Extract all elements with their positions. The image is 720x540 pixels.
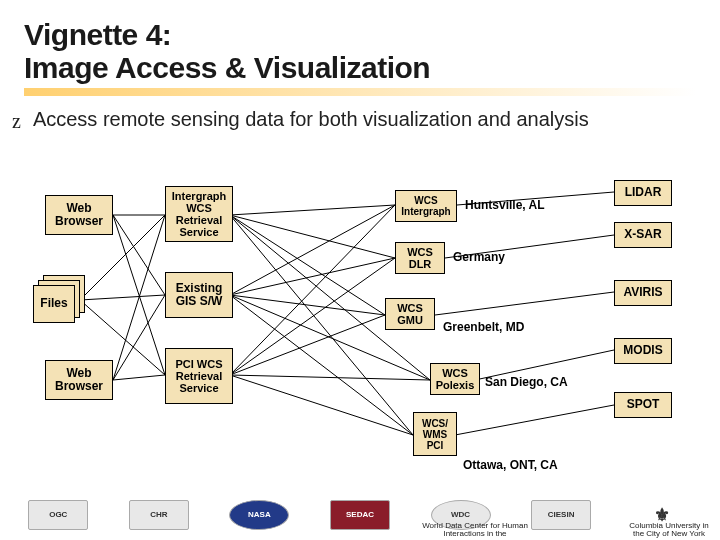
svg-line-21	[230, 315, 385, 375]
sensor-modis: MODIS	[614, 338, 672, 364]
wcs-polexis: WCS Polexis	[430, 363, 480, 395]
svg-line-28	[455, 405, 614, 435]
svg-line-4	[80, 295, 165, 300]
loc-ottawa: Ottawa, ONT, CA	[463, 458, 558, 472]
title-line1: Vignette 4:	[24, 18, 171, 51]
loc-germany: Germany	[453, 250, 505, 264]
svg-line-26	[435, 292, 614, 315]
logo-ogc: OGC	[28, 500, 88, 530]
title-line2: Image Access & Visualization	[24, 51, 430, 84]
sensor-aviris: AVIRIS	[614, 280, 672, 306]
diagram: Web Browser Files Web Browser Intergraph…	[0, 180, 720, 490]
logo-sedac: SEDAC	[330, 500, 390, 530]
svg-line-22	[230, 375, 430, 380]
intergraph-service: Intergraph WCS Retrieval Service	[165, 186, 233, 242]
loc-huntsville: Huntsville, AL	[465, 198, 545, 212]
svg-line-8	[113, 375, 165, 380]
sensor-spot: SPOT	[614, 392, 672, 418]
footer: OGC CHR NASA SEDAC WDC CIESIN ⚜	[0, 490, 720, 540]
sensor-lidar: LIDAR	[614, 180, 672, 206]
svg-line-9	[230, 205, 395, 215]
logo-chr: CHR	[129, 500, 189, 530]
svg-line-7	[113, 295, 165, 380]
sensor-xsar: X-SAR	[614, 222, 672, 248]
web-browser-bottom: Web Browser	[45, 360, 113, 400]
files-stack: Files	[33, 275, 85, 323]
loc-sandiego: San Diego, CA	[485, 375, 568, 389]
wcs-dlr: WCS DLR	[395, 242, 445, 274]
web-browser-top: Web Browser	[45, 195, 113, 235]
title-underline	[24, 88, 696, 96]
wcs-intergraph: WCS Intergraph	[395, 190, 457, 222]
bullet-text: Access remote sensing data for both visu…	[33, 108, 589, 130]
svg-line-20	[230, 258, 395, 375]
wcs-wms-pci: WCS/ WMS PCI	[413, 412, 457, 456]
files-box: Files	[33, 285, 75, 323]
svg-line-10	[230, 215, 395, 258]
loc-greenbelt: Greenbelt, MD	[443, 320, 524, 334]
svg-line-23	[230, 375, 413, 435]
pci-service: PCI WCS Retrieval Service	[165, 348, 233, 404]
footnote-wdc: World Data Center for Human Interactions…	[405, 522, 545, 538]
bullet-line: zAccess remote sensing data for both vis…	[24, 108, 696, 131]
svg-line-14	[230, 205, 395, 295]
footnote-columbia: Columbia University in the City of New Y…	[624, 522, 714, 538]
wcs-gmu: WCS GMU	[385, 298, 435, 330]
gis-box: Existing GIS S/W	[165, 272, 233, 318]
logo-nasa: NASA	[229, 500, 289, 530]
svg-line-1	[113, 215, 165, 295]
